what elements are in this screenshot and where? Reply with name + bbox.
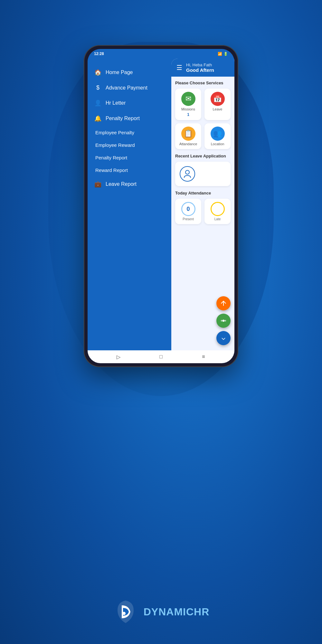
reward-report-label: Reward Report bbox=[95, 167, 128, 173]
dollar-icon: $ bbox=[94, 84, 102, 91]
sidebar-item-leave-report[interactable]: 💼 Leave Report bbox=[88, 177, 171, 192]
sidebar-item-advance-payment[interactable]: $ Advance Payment bbox=[88, 80, 171, 95]
recent-leave-title: Recent Leave Application bbox=[175, 154, 231, 158]
bell-icon: 🔔 bbox=[94, 115, 102, 122]
present-circle: 0 bbox=[181, 202, 195, 216]
today-attendance-title: Today Attendance bbox=[175, 191, 231, 195]
app-scene: 12:28 📶 🔋 🏠 Home Page bbox=[0, 0, 322, 644]
sidebar-hrletter-label: Hr Letter bbox=[106, 100, 126, 106]
svg-point-1 bbox=[223, 320, 225, 322]
menu-button[interactable]: ≡ bbox=[199, 352, 208, 361]
att-late: Late bbox=[204, 199, 231, 224]
svg-point-2 bbox=[221, 320, 223, 322]
phone-device: 12:28 📶 🔋 🏠 Home Page bbox=[84, 45, 238, 367]
att-present: 0 Present bbox=[175, 199, 201, 224]
brand-logo bbox=[113, 599, 138, 625]
person-icon: 👤 bbox=[94, 99, 102, 107]
sidebar-item-home[interactable]: 🏠 Home Page bbox=[88, 65, 171, 80]
briefcase-icon: 💼 bbox=[94, 181, 102, 188]
missions-badge: 1 bbox=[187, 112, 189, 117]
service-location[interactable]: 👥 Location bbox=[204, 123, 231, 149]
missions-icon: ✉ bbox=[181, 92, 195, 106]
sidebar-item-penalty-report[interactable]: 🔔 Penalty Report bbox=[88, 111, 171, 126]
employee-penalty-label: Employee Penalty bbox=[95, 130, 134, 135]
greeting-text: Hi, Heba Fath bbox=[186, 62, 214, 67]
battery-icon: 🔋 bbox=[223, 52, 228, 56]
home-bar: ▷ □ ≡ bbox=[88, 350, 234, 363]
location-icon: 👥 bbox=[211, 127, 225, 141]
svg-point-0 bbox=[185, 170, 189, 174]
leave-icon: 📅 bbox=[211, 92, 225, 106]
sidebar-advance-label: Advance Payment bbox=[106, 85, 147, 91]
attendance-label: Attandance bbox=[179, 142, 197, 146]
leave-report-label: Leave Report bbox=[106, 181, 137, 187]
leave-label: Leave bbox=[213, 107, 223, 111]
sidebar-home-label: Home Page bbox=[106, 70, 133, 75]
services-grid: ✉ Missions 1 📅 Leave bbox=[175, 89, 231, 149]
fab-blue[interactable] bbox=[216, 331, 231, 345]
home-icon: 🏠 bbox=[94, 69, 102, 76]
services-title: Please Choose Services bbox=[175, 80, 231, 85]
back-button[interactable]: ▷ bbox=[114, 352, 123, 361]
late-circle bbox=[211, 202, 225, 216]
location-label: Location bbox=[211, 142, 224, 146]
fab-green[interactable] bbox=[216, 314, 231, 328]
penalty-report-sub-label: Penalty Report bbox=[95, 155, 127, 160]
screen-content: 🏠 Home Page $ Advance Payment 👤 Hr Lette… bbox=[88, 59, 234, 350]
leave-section: Recent Leave Application bbox=[175, 154, 231, 186]
service-attendance[interactable]: 📋 Attandance bbox=[175, 123, 201, 149]
sidebar: 🏠 Home Page $ Advance Payment 👤 Hr Lette… bbox=[88, 59, 171, 350]
svg-point-4 bbox=[122, 612, 126, 615]
fab-area bbox=[216, 296, 231, 345]
main-panel: ☰ Hi, Heba Fath Good Aftern Please Choos… bbox=[171, 59, 234, 350]
phone-wrapper: 12:28 📶 🔋 🏠 Home Page bbox=[71, 26, 251, 386]
fab-orange[interactable] bbox=[216, 296, 231, 310]
phone-screen: 12:28 📶 🔋 🏠 Home Page bbox=[88, 49, 234, 363]
main-header: ☰ Hi, Heba Fath Good Aftern bbox=[171, 59, 234, 77]
avatar bbox=[180, 166, 195, 182]
attendance-section: Today Attendance 0 Present Late bbox=[175, 191, 231, 224]
menu-icon[interactable]: ☰ bbox=[176, 64, 182, 71]
status-icons: 📶 🔋 bbox=[218, 52, 228, 56]
status-time: 12:28 bbox=[94, 52, 104, 56]
sidebar-penalty-label: Penalty Report bbox=[106, 116, 140, 121]
service-missions[interactable]: ✉ Missions 1 bbox=[175, 89, 201, 120]
present-label: Present bbox=[183, 217, 194, 221]
svg-point-3 bbox=[224, 320, 226, 322]
brand-footer: DYNAMICHR bbox=[113, 599, 210, 625]
status-bar: 12:28 📶 🔋 bbox=[88, 49, 234, 59]
header-text: Hi, Heba Fath Good Aftern bbox=[186, 62, 214, 73]
leave-card[interactable] bbox=[175, 162, 231, 186]
attendance-icon: 📋 bbox=[181, 127, 195, 141]
sidebar-item-employee-penalty[interactable]: Employee Penalty bbox=[88, 127, 171, 138]
home-button[interactable]: □ bbox=[156, 352, 166, 361]
missions-label: Missions bbox=[181, 107, 195, 111]
brand-name-main: DYNAMIC bbox=[144, 606, 194, 618]
brand-name: DYNAMICHR bbox=[144, 606, 210, 618]
sidebar-item-penalty-report-sub[interactable]: Penalty Report bbox=[88, 152, 171, 164]
signal-icon: 📶 bbox=[218, 52, 222, 56]
sidebar-item-reward-report[interactable]: Reward Report bbox=[88, 164, 171, 176]
brand-name-accent: HR bbox=[194, 606, 209, 618]
service-leave[interactable]: 📅 Leave bbox=[204, 89, 231, 120]
late-label: Late bbox=[214, 217, 221, 221]
employee-reward-label: Employee Reward bbox=[95, 142, 135, 148]
sidebar-item-hr-letter[interactable]: 👤 Hr Letter bbox=[88, 96, 171, 110]
attendance-grid: 0 Present Late bbox=[175, 199, 231, 224]
sidebar-item-employee-reward[interactable]: Employee Reward bbox=[88, 139, 171, 151]
subgreeting-text: Good Aftern bbox=[186, 67, 214, 73]
